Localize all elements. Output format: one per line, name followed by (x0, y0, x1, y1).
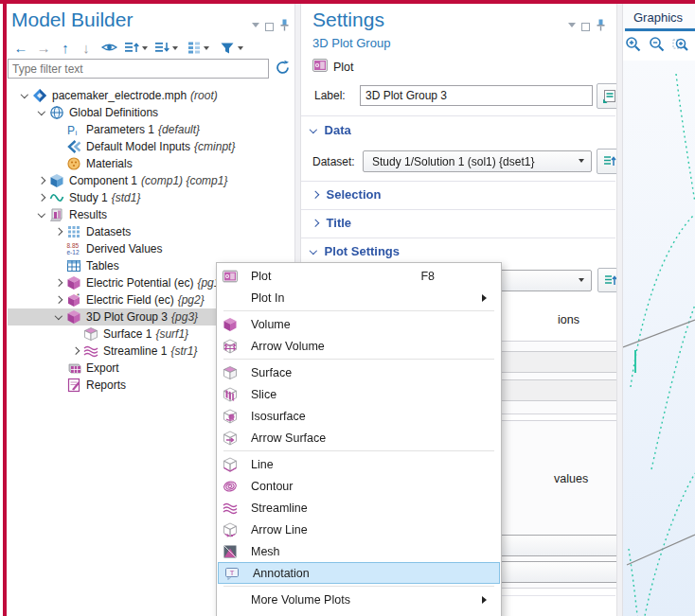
submenu-arrow-icon (482, 596, 490, 604)
zoom-box-icon[interactable] (672, 36, 689, 56)
plot-button[interactable]: Plot (312, 59, 354, 75)
menu-item-arrow-volume[interactable]: Arrow Volume (217, 335, 501, 357)
export-icon (66, 361, 81, 376)
tree-item-root[interactable]: pacemaker_electrode.mph (root) (8, 87, 288, 104)
streamline-icon (223, 501, 239, 516)
dataset-dropdown[interactable]: Study 1/Solution 1 (sol1) {dset1} (363, 150, 592, 172)
expand-tree-icon[interactable] (121, 38, 150, 57)
menu-separator (223, 359, 494, 360)
isosurface-icon (223, 409, 239, 424)
menu-item-contour[interactable]: Contour (217, 475, 501, 497)
filter-icon[interactable] (214, 38, 248, 57)
tree-item-global-definitions[interactable]: Global Definitions (8, 104, 288, 121)
tree-item-materials[interactable]: Materials (8, 155, 288, 172)
svg-text:P: P (67, 124, 75, 137)
menu-item-slice[interactable]: Slice (217, 383, 501, 405)
label-input[interactable] (360, 85, 593, 106)
panel-menu-icon[interactable] (252, 23, 259, 31)
menu-item-more-volume-plots[interactable]: More Volume Plots (217, 589, 501, 610)
pin-icon[interactable] (279, 19, 290, 34)
tree-item-study-1[interactable]: Study 1 {std1} (8, 189, 288, 206)
menu-item-mesh[interactable]: Mesh (217, 540, 501, 562)
plot-button-label: Plot (333, 61, 354, 74)
chevron-down-icon (310, 126, 317, 133)
arrow-line-icon (223, 522, 239, 537)
chevron-down-icon[interactable] (17, 94, 32, 97)
plot-icon (312, 59, 328, 75)
section-title[interactable]: Title (312, 216, 351, 230)
annotation-icon: T (224, 566, 241, 581)
dropdown-caret-icon[interactable] (142, 46, 148, 53)
dropdown-caret-icon[interactable] (238, 46, 243, 53)
chevron-right-icon[interactable] (34, 178, 49, 184)
tree-item-component-1[interactable]: Component 1 (comp1) {comp1} (8, 172, 288, 189)
chevron-right-icon (312, 220, 319, 227)
chevron-down-icon[interactable] (34, 213, 49, 217)
menu-item-annotation[interactable]: T Annotation (218, 562, 500, 584)
menu-item-line[interactable]: Line (217, 453, 501, 475)
zoom-out-icon[interactable] (649, 36, 666, 56)
graphics-canvas[interactable] (623, 61, 695, 616)
settings-subtitle: 3D Plot Group (312, 36, 390, 50)
section-selection[interactable]: Selection (312, 187, 381, 202)
node-label-icon[interactable] (182, 38, 214, 57)
tree-item-parameters[interactable]: Pi Parameters 1 {default} (8, 121, 288, 138)
menu-item-volume[interactable]: Volume (217, 313, 501, 335)
menu-item-surface[interactable]: Surface (217, 361, 501, 383)
collapse-tree-icon[interactable] (150, 38, 182, 57)
menu-item-streamline[interactable]: Streamline (217, 497, 501, 519)
float-panel-icon[interactable] (581, 23, 590, 31)
chevron-right-icon[interactable] (51, 280, 66, 286)
chevron-right-icon[interactable] (68, 348, 83, 354)
table-icon (66, 258, 81, 273)
show-icon[interactable] (97, 38, 121, 57)
section-plot-settings[interactable]: Plot Settings (311, 244, 400, 258)
slice-icon (223, 387, 239, 402)
filter-input[interactable] (8, 59, 269, 79)
tree-item-default-model-inputs[interactable]: Default Model Inputs {cminpt} (8, 138, 288, 155)
menu-item-plot[interactable]: Plot F8 (217, 265, 501, 287)
parameters-icon: Pi (66, 122, 81, 137)
menu-item-isosurface[interactable]: Isosurface (217, 405, 501, 427)
surface-icon (223, 365, 239, 380)
section-data[interactable]: Data (311, 123, 351, 137)
settings-panel-controls (568, 19, 606, 34)
chevron-down-icon[interactable] (51, 315, 66, 319)
chevron-right-icon[interactable] (34, 195, 49, 201)
move-down-icon[interactable]: ↓ (76, 38, 97, 57)
menu-item-arrow-surface[interactable]: Arrow Surface (217, 427, 501, 449)
panel-menu-icon[interactable] (568, 23, 576, 31)
back-icon[interactable]: ← (9, 38, 32, 57)
model-builder-panel-controls (252, 19, 290, 34)
tree-item-derived-values[interactable]: 8.85e-12 Derived Values (8, 240, 288, 257)
line-icon (223, 457, 239, 472)
refresh-icon[interactable] (275, 60, 291, 79)
menu-item-arrow-line[interactable]: Arrow Line (217, 519, 501, 540)
pin-icon[interactable] (596, 19, 606, 34)
tree-item-label: Component 1 (69, 174, 137, 187)
chevron-right-icon[interactable] (51, 297, 66, 303)
tree-item-label: Tables (86, 259, 119, 273)
active-tab-indicator (625, 28, 695, 31)
tree-item-label: 3D Plot Group 3 (86, 310, 168, 324)
dropdown-caret-icon[interactable] (204, 46, 209, 53)
svg-text:i: i (76, 129, 78, 137)
panel-divider[interactable] (616, 4, 623, 616)
chevron-right-icon (312, 191, 319, 199)
menu-item-plot-in[interactable]: Plot In (217, 287, 501, 308)
chevron-down-icon (579, 278, 584, 285)
menu-shortcut: F8 (420, 270, 493, 283)
move-up-icon[interactable]: ↑ (55, 38, 76, 57)
forward-icon[interactable]: → (32, 38, 55, 57)
tab-graphics[interactable]: Graphics (633, 10, 683, 25)
float-panel-icon[interactable] (265, 23, 274, 31)
tree-item-results[interactable]: Results (8, 206, 288, 223)
dropdown-caret-icon[interactable] (172, 46, 178, 53)
tree-item-datasets[interactable]: Datasets (8, 223, 288, 240)
chevron-down-icon[interactable] (34, 111, 49, 114)
zoom-in-icon[interactable] (625, 36, 642, 56)
tree-item-label: Reports (86, 378, 126, 392)
datasets-icon (66, 224, 81, 239)
graphics-toolbar (625, 36, 689, 56)
chevron-right-icon[interactable] (51, 229, 66, 235)
